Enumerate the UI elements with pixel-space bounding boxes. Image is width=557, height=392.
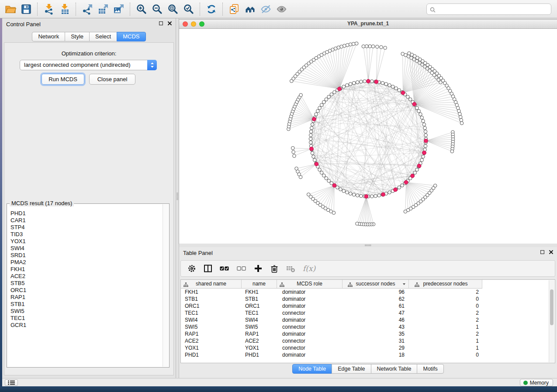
column-header-predecessor-nodes[interactable]: predecessor nodes <box>409 280 482 288</box>
export-network-button[interactable] <box>80 1 95 17</box>
table-row[interactable]: RAP1RAP1dominator352 <box>181 330 549 337</box>
maximize-window-button[interactable] <box>199 21 204 27</box>
table-row[interactable]: YOX1YOX1connector291 <box>181 344 549 351</box>
show-all-button[interactable] <box>273 1 289 17</box>
table-row[interactable]: ORC1ORC1dominator610 <box>181 303 549 309</box>
column-label: successor nodes <box>356 281 395 287</box>
zoom-in-button[interactable] <box>134 1 149 17</box>
network-window-titlebar[interactable]: YPA_prune.txt_1 <box>179 20 557 29</box>
table-row[interactable]: PHD1PHD1dominator180 <box>181 351 549 358</box>
close-window-button[interactable] <box>183 21 188 27</box>
table-row[interactable]: TEC1TEC1connector472 <box>181 309 549 316</box>
open-file-button[interactable] <box>3 1 18 17</box>
table-cell: TEC1 <box>242 309 277 316</box>
zoom-out-button[interactable] <box>149 1 165 17</box>
column-header-shared-name[interactable]: shared name <box>181 280 242 288</box>
mcds-result-scrollbar[interactable] <box>163 204 169 367</box>
table-row[interactable]: ACE2ACE2connector311 <box>181 337 549 344</box>
zoom-fit-button[interactable] <box>165 1 181 17</box>
zoom-selected-icon <box>183 3 194 15</box>
zoom-selected-button[interactable] <box>181 1 197 17</box>
network-window-title: YPA_prune.txt_1 <box>179 20 557 28</box>
splitter-grip[interactable] <box>364 244 371 246</box>
mcds-result-item[interactable]: PHD1 <box>10 210 163 217</box>
refresh-button[interactable] <box>204 1 219 17</box>
float-panel-icon[interactable] <box>159 21 163 25</box>
mcds-result-item[interactable]: FKH1 <box>10 266 163 273</box>
close-panel-icon[interactable] <box>168 21 172 25</box>
close-panel-icon[interactable] <box>549 250 553 254</box>
duplicate-network-button[interactable] <box>226 1 242 17</box>
table-row[interactable]: STB1STB1dominator620 <box>181 296 549 303</box>
mcds-result-item[interactable]: TID3 <box>10 231 163 238</box>
vertical-splitter[interactable] <box>176 18 179 378</box>
mcds-result-item[interactable]: SWI4 <box>10 245 163 252</box>
save-session-button[interactable] <box>18 1 34 17</box>
mcds-result-item[interactable]: STB1 <box>10 301 163 308</box>
table-cell: 29 <box>343 344 409 351</box>
show-columns-button[interactable] <box>204 264 212 273</box>
search-input[interactable] <box>426 3 551 15</box>
mcds-result-item[interactable]: ORC1 <box>10 287 163 294</box>
table-scrollbar[interactable] <box>549 280 554 362</box>
tab-style[interactable]: Style <box>65 32 90 41</box>
tab-node-table[interactable]: Node Table <box>292 364 332 374</box>
mcds-result-item[interactable]: CAR1 <box>10 217 163 224</box>
mcds-result-item[interactable]: STP4 <box>10 224 163 231</box>
mcds-result-item[interactable]: PMA2 <box>10 259 163 266</box>
mcds-result-item[interactable]: SWI5 <box>10 308 163 315</box>
scrollbar-thumb[interactable] <box>550 289 554 325</box>
select-all-button[interactable] <box>220 264 229 273</box>
import-table-button[interactable] <box>57 1 73 17</box>
run-mcds-button[interactable]: Run MCDS <box>42 74 84 85</box>
minimize-window-button[interactable] <box>191 21 196 27</box>
mcds-result-item[interactable]: RAP1 <box>10 294 163 301</box>
network-canvas[interactable] <box>179 29 557 244</box>
add-column-button[interactable] <box>254 264 263 273</box>
table-cell: 2 <box>409 289 482 296</box>
horizontal-splitter[interactable] <box>179 244 557 247</box>
mcds-result-item[interactable]: SRD1 <box>10 252 163 259</box>
mcds-result-item[interactable]: YOX1 <box>10 238 163 245</box>
mcds-result-item[interactable]: STB5 <box>10 280 163 287</box>
function-builder-button[interactable]: f(x) <box>303 264 315 273</box>
memory-button[interactable]: Memory <box>520 379 553 386</box>
close-panel-button[interactable]: Close panel <box>89 74 135 85</box>
tab-edge-table[interactable]: Edge Table <box>332 364 371 374</box>
hide-selected-button[interactable] <box>258 1 273 17</box>
toolbar-separator <box>130 3 131 16</box>
tab-network-table[interactable]: Network Table <box>371 364 418 374</box>
table-row[interactable]: SWI5SWI5connector431 <box>181 323 549 330</box>
delete-table-button[interactable] <box>286 264 295 273</box>
tab-mcds[interactable]: MCDS <box>117 32 145 41</box>
tab-network[interactable]: Network <box>32 32 65 41</box>
mcds-result-item[interactable]: GCR1 <box>10 322 163 329</box>
tab-select[interactable]: Select <box>89 32 117 41</box>
import-network-button[interactable] <box>41 1 57 17</box>
column-header-mcds-role[interactable]: MCDS role <box>277 280 343 288</box>
splitter-grip[interactable] <box>176 192 178 200</box>
column-header-successor-nodes[interactable]: successor nodes <box>343 280 409 288</box>
optimization-criterion-select[interactable]: largest connected component (undirected) <box>20 60 157 70</box>
mcds-result-item[interactable]: ACE2 <box>10 273 163 280</box>
export-table-button[interactable] <box>95 1 111 17</box>
tab-motifs[interactable]: Motifs <box>417 364 443 374</box>
first-neighbors-button[interactable] <box>242 1 258 17</box>
table-cell: dominator <box>277 303 343 309</box>
table-cell: STB1 <box>181 296 242 303</box>
delete-column-button[interactable] <box>270 264 279 273</box>
export-image-button[interactable] <box>111 1 127 17</box>
table-cell: ACE2 <box>242 337 277 344</box>
table-row[interactable]: FKH1FKH1dominator962 <box>181 289 549 296</box>
float-panel-icon[interactable] <box>540 250 544 254</box>
column-settings-button[interactable] <box>187 264 196 273</box>
deselect-all-button[interactable] <box>237 264 246 273</box>
table-cell: ORC1 <box>181 303 242 309</box>
mcds-result-item[interactable]: TEC1 <box>10 315 163 322</box>
column-header-name[interactable]: name <box>242 280 277 288</box>
search-field <box>426 3 551 15</box>
table-row[interactable]: SWI4SWI4dominator462 <box>181 316 549 323</box>
network-graph[interactable] <box>179 29 556 243</box>
show-log-button[interactable] <box>5 379 18 386</box>
sort-chevron-icon[interactable] <box>403 283 405 285</box>
